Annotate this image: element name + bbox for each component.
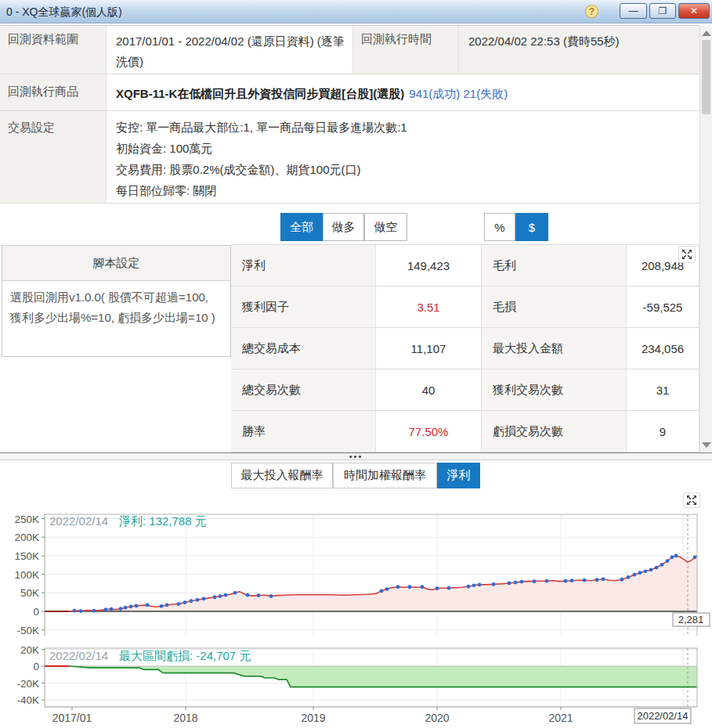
- filter-short-button[interactable]: 做空: [364, 213, 407, 241]
- backtest-range-value: 2017/01/01 - 2022/04/02 (還原日資料) (逐筆洗價): [106, 26, 352, 74]
- exec-product-value: XQFB-11-K在低檔回升且外資投信同步買超[台股](選股)941(成功) 2…: [106, 74, 699, 111]
- product-name: XQFB-11-K在低檔回升且外資投信同步買超[台股](選股): [116, 87, 404, 100]
- svg-text:200K: 200K: [14, 532, 39, 543]
- vertical-scrollbar[interactable]: [699, 26, 712, 452]
- filter-all-button[interactable]: 全部: [280, 213, 323, 241]
- svg-text:2,281: 2,281: [678, 614, 704, 625]
- stat-value: 234,056: [627, 328, 699, 369]
- stat-label: 勝率: [231, 411, 376, 452]
- stat-label: 最大投入金額: [482, 328, 627, 369]
- svg-text:-20K: -20K: [16, 678, 39, 690]
- stat-value: 11,107: [376, 328, 482, 369]
- svg-text:100K: 100K: [14, 569, 39, 581]
- svg-text:-40K: -40K: [16, 694, 39, 706]
- svg-text:20K: 20K: [20, 644, 39, 656]
- script-settings-box: 腳本設定 選股回測用v1.0.0( 股價不可超過=100, 獲利多少出場%=10…: [2, 245, 231, 357]
- filter-long-button[interactable]: 做多: [323, 213, 364, 241]
- unit-percent-button[interactable]: %: [484, 213, 515, 241]
- stat-value: 9: [627, 411, 699, 452]
- svg-text:50K: 50K: [20, 587, 39, 599]
- tab-time-weighted-return[interactable]: 時間加權報酬率: [333, 463, 437, 488]
- exec-product-label: 回測執行商品: [0, 74, 106, 111]
- help-icon[interactable]: ?: [585, 5, 598, 18]
- svg-text:2021: 2021: [548, 712, 573, 724]
- stat-label: 毛損: [482, 287, 627, 328]
- pane-splitter[interactable]: •••: [0, 452, 712, 460]
- restore-button[interactable]: ❐: [649, 3, 676, 19]
- scrollbar-thumb[interactable]: [702, 40, 710, 114]
- stat-value: 31: [627, 369, 699, 411]
- stat-value: 40: [376, 369, 482, 411]
- exec-time-value: 2022/04/02 22:53 (費時55秒): [458, 26, 699, 74]
- exec-time-label: 回測執行時間: [352, 26, 458, 74]
- stats-table: 淨利149,423毛利208,948獲利因子3.51毛損-59,525總交易成本…: [231, 244, 699, 452]
- scroll-up-icon[interactable]: [702, 31, 711, 36]
- unit-dollar-button[interactable]: $: [515, 213, 548, 241]
- svg-text:0: 0: [33, 661, 39, 672]
- close-icon: ✕: [690, 5, 698, 16]
- svg-text:0: 0: [33, 606, 39, 618]
- stat-value: 77.50%: [376, 411, 482, 452]
- stat-value: -59,525: [627, 287, 699, 328]
- trade-setting-line: 初始資金: 100萬元: [116, 138, 692, 159]
- backtest-range-label: 回測資料範圍: [0, 26, 106, 74]
- stat-label: 總交易成本: [231, 328, 376, 369]
- tab-max-invest-return[interactable]: 最大投入報酬率: [231, 463, 333, 488]
- stat-value: 149,423: [376, 245, 482, 287]
- stat-label: 獲利因子: [231, 287, 376, 328]
- svg-text:2017/01: 2017/01: [52, 712, 92, 724]
- svg-text:最大區間虧損: -24,707 元: 最大區間虧損: -24,707 元: [119, 649, 251, 662]
- trade-settings-value: 安控: 單一商品最大部位:1, 單一商品每日最多進場次數:1初始資金: 100萬…: [106, 111, 699, 204]
- expand-icon: [681, 249, 692, 260]
- script-settings-text: 選股回測用v1.0.0( 股價不可超過=100, 獲利多少出場%=10, 虧損多…: [2, 281, 230, 334]
- svg-text:2018: 2018: [173, 712, 197, 724]
- trade-setting-line: 安控: 單一商品最大部位:1, 單一商品每日最多進場次數:1: [116, 117, 692, 138]
- svg-text:2020: 2020: [425, 712, 449, 724]
- svg-text:250K: 250K: [14, 514, 39, 525]
- svg-text:2022/02/14: 2022/02/14: [637, 710, 688, 722]
- stat-value: 3.51: [376, 287, 482, 328]
- trade-setting-line: 每日部位歸零: 關閉: [116, 180, 692, 201]
- stat-label: 虧損交易次數: [482, 411, 627, 452]
- trade-settings-label: 交易設定: [0, 111, 106, 204]
- stat-label: 毛利: [482, 245, 627, 287]
- trade-setting-line: 交易費用: 股票0.2%(成交金額)、期貨100元(口): [116, 159, 692, 180]
- minimize-icon: —: [629, 5, 638, 16]
- stats-expand-button[interactable]: [678, 246, 696, 263]
- net-profit-drawdown-chart[interactable]: 250K200K150K100K50K0-50K2022/02/14淨利: 13…: [0, 490, 712, 728]
- title-bar: 0 - XQ全球贏家(個人版) ? — ❐ ✕: [0, 0, 712, 23]
- minimize-button[interactable]: —: [620, 3, 647, 19]
- stat-label: 淨利: [231, 245, 376, 287]
- svg-text:2019: 2019: [301, 712, 325, 724]
- product-result-link[interactable]: 941(成功) 21(失敗): [409, 87, 508, 100]
- window-title: 0 - XQ全球贏家(個人版): [6, 5, 122, 20]
- stat-label: 總交易次數: [231, 369, 376, 411]
- splitter-grip-icon: •••: [349, 454, 363, 459]
- svg-text:2022/02/14: 2022/02/14: [49, 649, 108, 662]
- restore-icon: ❐: [659, 5, 667, 16]
- close-button[interactable]: ✕: [678, 3, 710, 19]
- scroll-down-icon[interactable]: [702, 442, 711, 448]
- script-settings-header: 腳本設定: [2, 246, 230, 281]
- svg-text:2022/02/14: 2022/02/14: [49, 514, 108, 528]
- svg-text:-50K: -50K: [16, 625, 39, 636]
- stat-label: 獲利交易次數: [482, 369, 627, 411]
- backtest-report-window: 0 - XQ全球贏家(個人版) ? — ❐ ✕ 回測資料範圍 2017/01/0…: [0, 0, 712, 728]
- svg-text:150K: 150K: [14, 550, 39, 562]
- tab-net-profit[interactable]: 淨利: [437, 463, 480, 488]
- svg-text:淨利: 132,788 元: 淨利: 132,788 元: [119, 514, 207, 528]
